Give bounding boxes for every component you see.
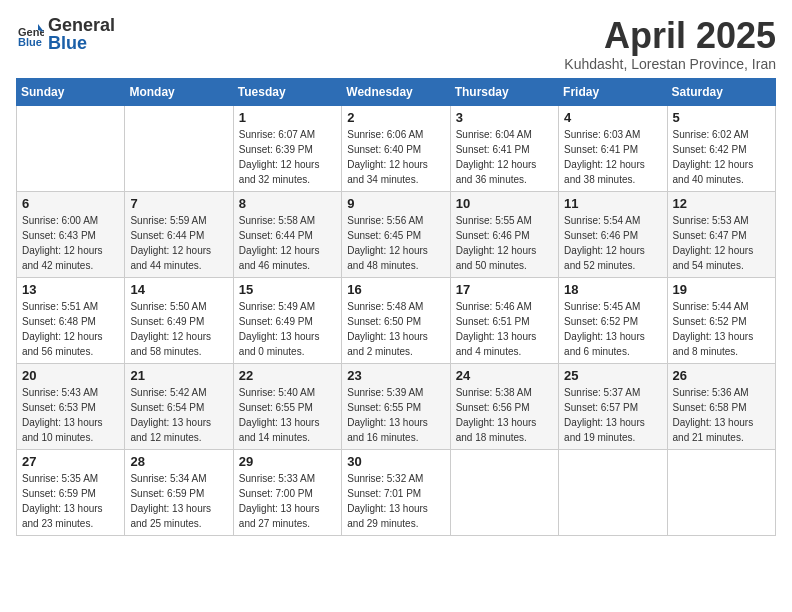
logo-blue-text: Blue	[48, 34, 115, 52]
calendar-day: 30Sunrise: 5:32 AM Sunset: 7:01 PM Dayli…	[342, 449, 450, 535]
calendar-day: 26Sunrise: 5:36 AM Sunset: 6:58 PM Dayli…	[667, 363, 775, 449]
svg-text:Blue: Blue	[18, 36, 42, 48]
day-info: Sunrise: 5:51 AM Sunset: 6:48 PM Dayligh…	[22, 299, 119, 359]
calendar-day: 3Sunrise: 6:04 AM Sunset: 6:41 PM Daylig…	[450, 105, 558, 191]
day-info: Sunrise: 5:54 AM Sunset: 6:46 PM Dayligh…	[564, 213, 661, 273]
weekday-header-row: SundayMondayTuesdayWednesdayThursdayFrid…	[17, 78, 776, 105]
calendar-body: 1Sunrise: 6:07 AM Sunset: 6:39 PM Daylig…	[17, 105, 776, 535]
day-info: Sunrise: 5:34 AM Sunset: 6:59 PM Dayligh…	[130, 471, 227, 531]
day-info: Sunrise: 5:36 AM Sunset: 6:58 PM Dayligh…	[673, 385, 770, 445]
calendar-day: 12Sunrise: 5:53 AM Sunset: 6:47 PM Dayli…	[667, 191, 775, 277]
day-info: Sunrise: 5:32 AM Sunset: 7:01 PM Dayligh…	[347, 471, 444, 531]
calendar-day: 5Sunrise: 6:02 AM Sunset: 6:42 PM Daylig…	[667, 105, 775, 191]
day-info: Sunrise: 6:03 AM Sunset: 6:41 PM Dayligh…	[564, 127, 661, 187]
day-number: 26	[673, 368, 770, 383]
calendar-day: 14Sunrise: 5:50 AM Sunset: 6:49 PM Dayli…	[125, 277, 233, 363]
weekday-header-wednesday: Wednesday	[342, 78, 450, 105]
day-number: 20	[22, 368, 119, 383]
day-number: 4	[564, 110, 661, 125]
calendar-day: 15Sunrise: 5:49 AM Sunset: 6:49 PM Dayli…	[233, 277, 341, 363]
weekday-header-friday: Friday	[559, 78, 667, 105]
calendar-day: 28Sunrise: 5:34 AM Sunset: 6:59 PM Dayli…	[125, 449, 233, 535]
day-info: Sunrise: 5:58 AM Sunset: 6:44 PM Dayligh…	[239, 213, 336, 273]
day-info: Sunrise: 5:49 AM Sunset: 6:49 PM Dayligh…	[239, 299, 336, 359]
day-number: 15	[239, 282, 336, 297]
calendar-day: 27Sunrise: 5:35 AM Sunset: 6:59 PM Dayli…	[17, 449, 125, 535]
day-number: 13	[22, 282, 119, 297]
calendar-day	[667, 449, 775, 535]
calendar-week-4: 20Sunrise: 5:43 AM Sunset: 6:53 PM Dayli…	[17, 363, 776, 449]
day-info: Sunrise: 6:02 AM Sunset: 6:42 PM Dayligh…	[673, 127, 770, 187]
day-info: Sunrise: 5:42 AM Sunset: 6:54 PM Dayligh…	[130, 385, 227, 445]
logo-general-text: General	[48, 16, 115, 34]
day-number: 14	[130, 282, 227, 297]
calendar-day: 25Sunrise: 5:37 AM Sunset: 6:57 PM Dayli…	[559, 363, 667, 449]
day-info: Sunrise: 5:46 AM Sunset: 6:51 PM Dayligh…	[456, 299, 553, 359]
weekday-header-sunday: Sunday	[17, 78, 125, 105]
calendar-day: 13Sunrise: 5:51 AM Sunset: 6:48 PM Dayli…	[17, 277, 125, 363]
calendar-day: 20Sunrise: 5:43 AM Sunset: 6:53 PM Dayli…	[17, 363, 125, 449]
calendar-day: 24Sunrise: 5:38 AM Sunset: 6:56 PM Dayli…	[450, 363, 558, 449]
day-info: Sunrise: 5:59 AM Sunset: 6:44 PM Dayligh…	[130, 213, 227, 273]
calendar-day	[559, 449, 667, 535]
day-info: Sunrise: 5:44 AM Sunset: 6:52 PM Dayligh…	[673, 299, 770, 359]
calendar-day: 6Sunrise: 6:00 AM Sunset: 6:43 PM Daylig…	[17, 191, 125, 277]
day-info: Sunrise: 5:35 AM Sunset: 6:59 PM Dayligh…	[22, 471, 119, 531]
day-number: 28	[130, 454, 227, 469]
day-number: 5	[673, 110, 770, 125]
day-number: 21	[130, 368, 227, 383]
calendar-week-3: 13Sunrise: 5:51 AM Sunset: 6:48 PM Dayli…	[17, 277, 776, 363]
day-info: Sunrise: 5:48 AM Sunset: 6:50 PM Dayligh…	[347, 299, 444, 359]
day-number: 22	[239, 368, 336, 383]
day-number: 23	[347, 368, 444, 383]
calendar-day	[17, 105, 125, 191]
calendar-week-5: 27Sunrise: 5:35 AM Sunset: 6:59 PM Dayli…	[17, 449, 776, 535]
day-number: 11	[564, 196, 661, 211]
calendar-day: 7Sunrise: 5:59 AM Sunset: 6:44 PM Daylig…	[125, 191, 233, 277]
day-info: Sunrise: 5:45 AM Sunset: 6:52 PM Dayligh…	[564, 299, 661, 359]
day-info: Sunrise: 5:43 AM Sunset: 6:53 PM Dayligh…	[22, 385, 119, 445]
day-number: 12	[673, 196, 770, 211]
calendar-day	[450, 449, 558, 535]
day-number: 19	[673, 282, 770, 297]
day-info: Sunrise: 5:38 AM Sunset: 6:56 PM Dayligh…	[456, 385, 553, 445]
calendar-day	[125, 105, 233, 191]
day-number: 10	[456, 196, 553, 211]
day-number: 29	[239, 454, 336, 469]
title-block: April 2025 Kuhdasht, Lorestan Province, …	[564, 16, 776, 72]
day-info: Sunrise: 5:37 AM Sunset: 6:57 PM Dayligh…	[564, 385, 661, 445]
weekday-header-tuesday: Tuesday	[233, 78, 341, 105]
day-info: Sunrise: 6:07 AM Sunset: 6:39 PM Dayligh…	[239, 127, 336, 187]
page-header: General Blue General Blue April 2025 Kuh…	[16, 16, 776, 72]
day-number: 17	[456, 282, 553, 297]
calendar-day: 11Sunrise: 5:54 AM Sunset: 6:46 PM Dayli…	[559, 191, 667, 277]
weekday-header-thursday: Thursday	[450, 78, 558, 105]
calendar-day: 10Sunrise: 5:55 AM Sunset: 6:46 PM Dayli…	[450, 191, 558, 277]
day-info: Sunrise: 5:50 AM Sunset: 6:49 PM Dayligh…	[130, 299, 227, 359]
day-info: Sunrise: 6:06 AM Sunset: 6:40 PM Dayligh…	[347, 127, 444, 187]
day-number: 27	[22, 454, 119, 469]
day-number: 25	[564, 368, 661, 383]
calendar-day: 8Sunrise: 5:58 AM Sunset: 6:44 PM Daylig…	[233, 191, 341, 277]
day-info: Sunrise: 5:40 AM Sunset: 6:55 PM Dayligh…	[239, 385, 336, 445]
calendar-day: 21Sunrise: 5:42 AM Sunset: 6:54 PM Dayli…	[125, 363, 233, 449]
calendar-table: SundayMondayTuesdayWednesdayThursdayFrid…	[16, 78, 776, 536]
day-info: Sunrise: 6:04 AM Sunset: 6:41 PM Dayligh…	[456, 127, 553, 187]
calendar-week-1: 1Sunrise: 6:07 AM Sunset: 6:39 PM Daylig…	[17, 105, 776, 191]
day-number: 2	[347, 110, 444, 125]
day-number: 24	[456, 368, 553, 383]
day-info: Sunrise: 6:00 AM Sunset: 6:43 PM Dayligh…	[22, 213, 119, 273]
calendar-day: 2Sunrise: 6:06 AM Sunset: 6:40 PM Daylig…	[342, 105, 450, 191]
day-info: Sunrise: 5:39 AM Sunset: 6:55 PM Dayligh…	[347, 385, 444, 445]
day-number: 9	[347, 196, 444, 211]
calendar-day: 22Sunrise: 5:40 AM Sunset: 6:55 PM Dayli…	[233, 363, 341, 449]
calendar-day: 1Sunrise: 6:07 AM Sunset: 6:39 PM Daylig…	[233, 105, 341, 191]
subtitle: Kuhdasht, Lorestan Province, Iran	[564, 56, 776, 72]
day-number: 7	[130, 196, 227, 211]
weekday-header-saturday: Saturday	[667, 78, 775, 105]
calendar-day: 17Sunrise: 5:46 AM Sunset: 6:51 PM Dayli…	[450, 277, 558, 363]
day-number: 6	[22, 196, 119, 211]
calendar-day: 16Sunrise: 5:48 AM Sunset: 6:50 PM Dayli…	[342, 277, 450, 363]
calendar-day: 4Sunrise: 6:03 AM Sunset: 6:41 PM Daylig…	[559, 105, 667, 191]
calendar-day: 9Sunrise: 5:56 AM Sunset: 6:45 PM Daylig…	[342, 191, 450, 277]
